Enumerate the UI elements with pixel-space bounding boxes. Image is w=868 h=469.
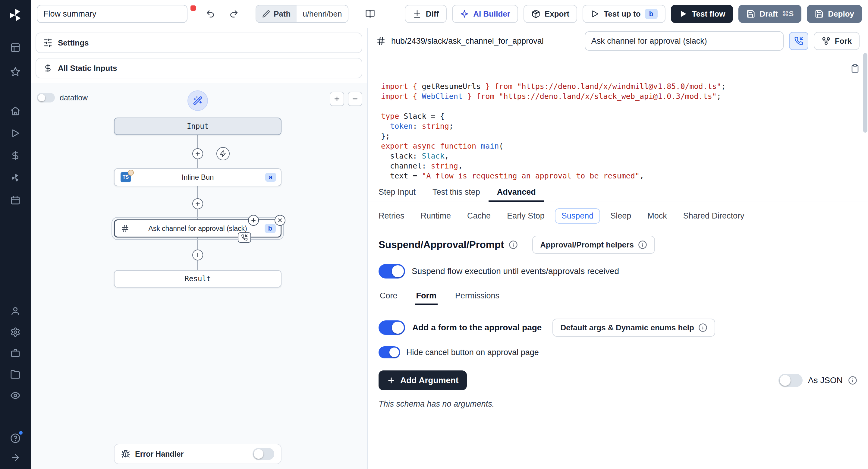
tab-early-stop[interactable]: Early Stop: [507, 209, 545, 223]
sidebar-item-schedules[interactable]: [4, 191, 26, 209]
node-badge-b: b: [265, 224, 276, 233]
test-flow-button[interactable]: Test flow: [671, 5, 733, 23]
sidebar-item-favorites[interactable]: [4, 63, 26, 81]
play-icon: [590, 9, 599, 19]
unsaved-indicator: [190, 5, 196, 11]
table-icon: [10, 42, 21, 53]
ai-builder-label: AI Builder: [473, 9, 510, 19]
node-delete-button[interactable]: [275, 215, 285, 226]
sidebar-collapse-button[interactable]: [4, 448, 26, 467]
node-inline-bun[interactable]: TS Inline Bun a: [114, 168, 281, 186]
insert-step-button[interactable]: [192, 148, 203, 159]
sidebar-item-help[interactable]: [4, 429, 26, 447]
test-flow-label: Test flow: [692, 9, 725, 19]
as-json-row: As JSON: [778, 374, 857, 387]
deploy-button[interactable]: Deploy: [807, 5, 862, 23]
export-button[interactable]: Export: [524, 5, 577, 23]
path-control[interactable]: Path u/henri/ben: [255, 5, 348, 23]
sidebar-item-user[interactable]: [4, 302, 26, 320]
node-approval-step[interactable]: Ask channel for approval (slack) b: [114, 219, 281, 238]
trigger-button[interactable]: [216, 147, 230, 160]
step-name-input[interactable]: [585, 31, 784, 51]
zoom-out-button[interactable]: [348, 92, 362, 106]
tab-step-input[interactable]: Step Input: [370, 182, 424, 201]
tab-form[interactable]: Form: [415, 287, 438, 305]
tab-mock[interactable]: Mock: [647, 209, 667, 223]
add-argument-label: Add Argument: [400, 376, 458, 385]
tab-advanced[interactable]: Advanced: [489, 182, 544, 201]
tab-retries[interactable]: Retries: [378, 209, 404, 223]
sidebar-item-resources[interactable]: [4, 169, 26, 187]
node-input[interactable]: Input: [114, 118, 281, 135]
sidebar-item-settings[interactable]: [4, 323, 26, 341]
sidebar-item-audit[interactable]: [4, 386, 26, 405]
diff-icon: [412, 9, 422, 19]
sliders-icon: [43, 38, 53, 47]
node-approval-label: Ask channel for approval (slack): [148, 224, 247, 233]
approval-helpers-button[interactable]: Approval/Prompt helpers: [532, 236, 655, 254]
flow-settings-button[interactable]: Settings: [36, 33, 362, 53]
suspend-status-button[interactable]: [789, 32, 808, 50]
redo-button[interactable]: [225, 5, 243, 23]
hide-cancel-toggle[interactable]: [378, 346, 400, 358]
sidebar-item-folders[interactable]: [4, 365, 26, 383]
tab-test-this-step[interactable]: Test this step: [424, 182, 489, 201]
ts-icon-text: TS: [123, 175, 129, 180]
error-handler-row[interactable]: Error Handler: [114, 444, 281, 464]
test-up-to-button[interactable]: Test up tob: [583, 5, 665, 23]
sidebar-item-variables[interactable]: [4, 147, 26, 164]
docs-button[interactable]: [361, 5, 379, 23]
play-icon: [679, 9, 688, 19]
copy-code-button[interactable]: [850, 64, 860, 75]
sidebar-item-home[interactable]: [4, 102, 26, 120]
undo-button[interactable]: [201, 5, 219, 23]
sidebar-item-runs[interactable]: [4, 124, 26, 142]
tab-cache[interactable]: Cache: [467, 209, 491, 223]
suspend-toggle[interactable]: [378, 264, 405, 279]
diff-button[interactable]: Diff: [405, 5, 447, 23]
dataflow-toggle-row: dataflow: [37, 93, 88, 102]
fork-button[interactable]: Fork: [814, 32, 860, 50]
add-argument-button[interactable]: Add Argument: [378, 370, 467, 390]
windmill-logo[interactable]: [7, 7, 23, 23]
node-result[interactable]: Result: [114, 270, 281, 287]
tab-core[interactable]: Core: [378, 287, 399, 305]
node-badge-a: a: [265, 173, 276, 182]
all-static-inputs-label: All Static Inputs: [58, 64, 117, 73]
path-edit-segment[interactable]: Path: [256, 5, 297, 22]
tab-shared-directory[interactable]: Shared Directory: [683, 209, 744, 223]
sparkles-icon: [460, 9, 469, 19]
flow-summary-input[interactable]: [37, 5, 187, 23]
error-handler-toggle[interactable]: [253, 448, 274, 460]
ai-flow-button[interactable]: [187, 90, 208, 111]
hide-cancel-row: Hide cancel button on approval page: [378, 346, 857, 358]
vertical-scrollbar-thumb[interactable]: [863, 53, 867, 133]
sidebar-item-workers[interactable]: [4, 344, 26, 362]
export-label: Export: [545, 9, 569, 19]
suspend-sub-tabs: Core Form Permissions: [378, 287, 857, 305]
tab-suspend[interactable]: Suspend: [555, 208, 600, 224]
node-inline-bun-label: Inline Bun: [182, 173, 214, 182]
dataflow-toggle[interactable]: [37, 93, 55, 102]
insert-step-button[interactable]: [192, 250, 203, 260]
suspend-heading: Suspend/Approval/Prompt: [378, 239, 504, 250]
tab-runtime[interactable]: Runtime: [421, 209, 451, 223]
default-args-help-button[interactable]: Default args & Dynamic enums help: [553, 319, 715, 337]
info-icon: [638, 240, 647, 249]
tab-sleep[interactable]: Sleep: [610, 209, 631, 223]
insert-step-button[interactable]: [192, 198, 203, 209]
plus-icon: [195, 252, 201, 258]
all-static-inputs-button[interactable]: All Static Inputs: [36, 58, 362, 79]
dollar-icon: [10, 150, 21, 161]
node-add-button[interactable]: [248, 215, 259, 226]
ai-builder-button[interactable]: AI Builder: [452, 5, 518, 23]
tab-permissions[interactable]: Permissions: [454, 287, 501, 305]
add-form-toggle[interactable]: [378, 320, 405, 335]
git-fork-icon: [822, 36, 831, 45]
as-json-toggle[interactable]: [778, 374, 803, 387]
main-area: Path u/henri/ben Diff AI Builder Export …: [31, 0, 868, 469]
draft-button[interactable]: Draft⌘S: [738, 5, 801, 23]
zoom-in-button[interactable]: [330, 92, 344, 106]
code-editor[interactable]: import { getResumeUrls } from "https://d…: [368, 54, 868, 182]
sidebar-item-table[interactable]: [4, 39, 26, 57]
